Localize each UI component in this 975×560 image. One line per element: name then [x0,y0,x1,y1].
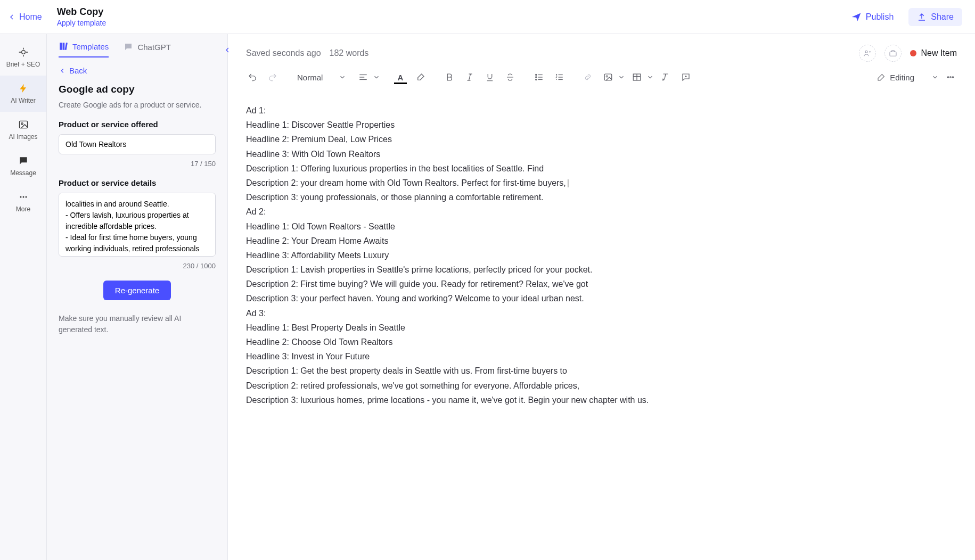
comment-icon [681,72,691,82]
document-body[interactable]: Ad 1:Headline 1: Discover Seattle Proper… [228,88,975,560]
details-counter: 230 / 1000 [59,262,216,270]
doc-line[interactable]: Description 2: your dream home with Old … [246,176,957,190]
send-icon [851,12,862,22]
title-block: Web Copy Apply template [57,6,106,27]
svg-point-35 [952,77,953,78]
bold-button[interactable] [441,69,458,85]
insert-table-dropdown[interactable] [628,69,654,85]
numbered-list-icon [554,72,564,82]
share-label: Share [931,12,954,22]
doc-line[interactable]: Headline 3: Invest in Your Future [246,349,957,364]
more-menu-button[interactable] [942,69,959,85]
align-left-icon [358,72,368,82]
doc-line[interactable]: Headline 1: Old Town Realtors - Seattle [246,219,957,234]
undo-icon [248,72,257,82]
rail-images[interactable]: AI Images [0,112,46,148]
rail-more[interactable]: More [0,184,46,220]
user-plus-icon [863,49,872,57]
align-dropdown[interactable] [355,69,380,85]
add-collaborator-button[interactable] [859,45,876,62]
numbered-list-button[interactable] [551,69,568,85]
clear-format-icon [661,72,670,82]
rail-writer-label: AI Writer [11,97,35,104]
dots-icon [18,192,29,202]
insert-image-dropdown[interactable] [600,69,625,85]
editor-head: Saved seconds ago 182 words New Item [228,34,975,66]
svg-point-9 [865,51,867,53]
doc-line[interactable]: Ad 3: [246,306,957,320]
page-title: Web Copy [57,6,106,18]
rail-message[interactable]: Message [0,148,46,184]
chevron-down-icon [931,73,939,81]
rail-brief[interactable]: Brief + SEO [0,39,46,76]
svg-rect-10 [890,52,896,56]
rail-brief-label: Brief + SEO [6,61,40,68]
apply-template-link[interactable]: Apply template [57,19,106,27]
review-note: Make sure you manually review all AI gen… [59,313,216,335]
editing-mode-label: Editing [890,73,914,82]
comment-button[interactable] [677,69,694,85]
doc-line[interactable]: Headline 1: Discover Seattle Properties [246,118,957,132]
upload-icon [917,12,927,22]
briefcase-button[interactable] [884,45,902,62]
chevron-left-icon [7,13,16,21]
pencil-icon [877,73,886,81]
product-counter: 17 / 150 [59,160,216,168]
image-icon [603,72,613,82]
doc-line[interactable]: Description 3: young professionals, or t… [246,190,957,204]
collapse-panel-button[interactable] [222,42,233,59]
chatbubble-icon [124,42,133,52]
tab-templates[interactable]: Templates [59,42,109,57]
doc-line[interactable]: Description 3: luxurious homes, prime lo… [246,393,957,407]
paragraph-style-select[interactable]: Normal [293,69,351,85]
text-color-button[interactable]: A [392,69,409,85]
chevron-left-icon [59,67,66,75]
svg-rect-8 [65,43,68,50]
doc-line[interactable]: Headline 2: Choose Old Town Realtors [246,335,957,349]
doc-line[interactable]: Headline 3: Affordability Meets Luxury [246,248,957,262]
doc-line[interactable]: Description 3: your perfect haven. Young… [246,291,957,306]
clear-format-button[interactable] [657,69,674,85]
product-input[interactable] [59,134,216,154]
svg-point-18 [536,77,537,78]
item-status-badge[interactable]: New Item [910,48,957,58]
doc-line[interactable]: Description 1: Offering luxurious proper… [246,161,957,176]
doc-line[interactable]: Ad 2: [246,204,957,219]
doc-line[interactable]: Description 1: Lavish properties in Seat… [246,262,957,277]
bullet-list-button[interactable] [530,69,547,85]
rail-writer[interactable]: AI Writer [0,76,46,112]
publish-button[interactable]: Publish [851,12,894,22]
details-textarea[interactable] [59,193,216,257]
share-button[interactable]: Share [908,8,962,26]
topbar: Home Web Copy Apply template Publish Sha… [0,0,975,34]
tab-templates-label: Templates [72,42,109,51]
template-title: Google ad copy [59,84,216,95]
product-label: Product or service offered [59,120,216,129]
doc-line[interactable]: Description 1: Get the best property dea… [246,364,957,378]
doc-line[interactable]: Description 2: First time buying? We wil… [246,277,957,291]
tab-chatgpt[interactable]: ChatGPT [124,42,171,57]
rail-more-label: More [16,205,30,213]
undo-button[interactable] [244,69,261,85]
doc-line[interactable]: Ad 1: [246,103,957,118]
doc-line[interactable]: Headline 3: With Old Town Realtors [246,147,957,161]
redo-button[interactable] [264,69,281,85]
doc-line[interactable]: Description 2: retired professionals, we… [246,378,957,393]
home-button[interactable]: Home [7,12,42,22]
doc-line[interactable]: Headline 2: Premium Deal, Low Prices [246,132,957,146]
doc-line[interactable]: Headline 1: Best Property Deals in Seatt… [246,320,957,335]
regenerate-button[interactable]: Re-generate [103,281,171,300]
back-button[interactable]: Back [59,66,216,75]
svg-point-34 [950,77,951,78]
editing-mode-select[interactable]: Editing [877,73,939,82]
underline-button[interactable] [481,69,498,85]
chevron-left-icon [223,46,232,54]
link-button[interactable] [579,69,596,85]
doc-line[interactable]: Headline 2: Your Dream Home Awaits [246,234,957,248]
strikethrough-button[interactable] [502,69,519,85]
panel-body: Back Google ad copy Create Google ads fo… [47,57,227,344]
italic-button[interactable] [461,69,478,85]
templates-icon [59,42,68,51]
dots-icon [946,72,955,82]
highlight-color-button[interactable] [412,69,429,85]
